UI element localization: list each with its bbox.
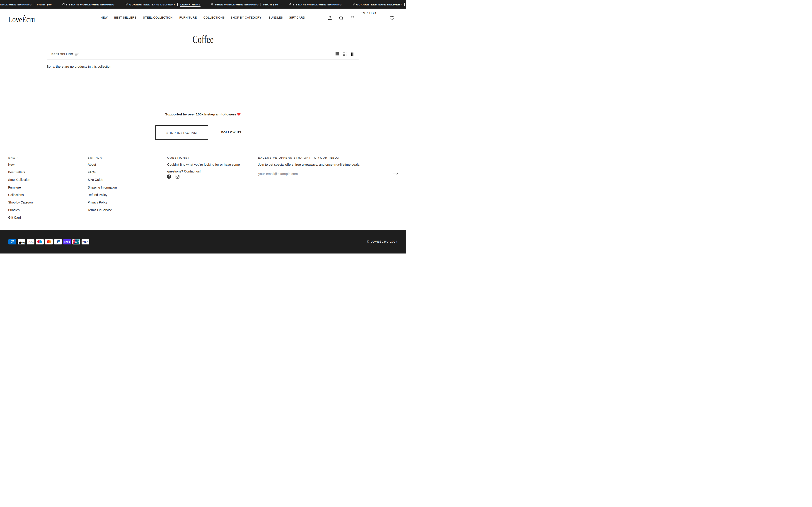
svg-text:UnionPay: UnionPay xyxy=(73,241,79,242)
svg-text:Pay: Pay xyxy=(21,241,26,243)
svg-text:银联: 银联 xyxy=(75,242,78,243)
svg-text:Pay: Pay xyxy=(31,241,35,243)
